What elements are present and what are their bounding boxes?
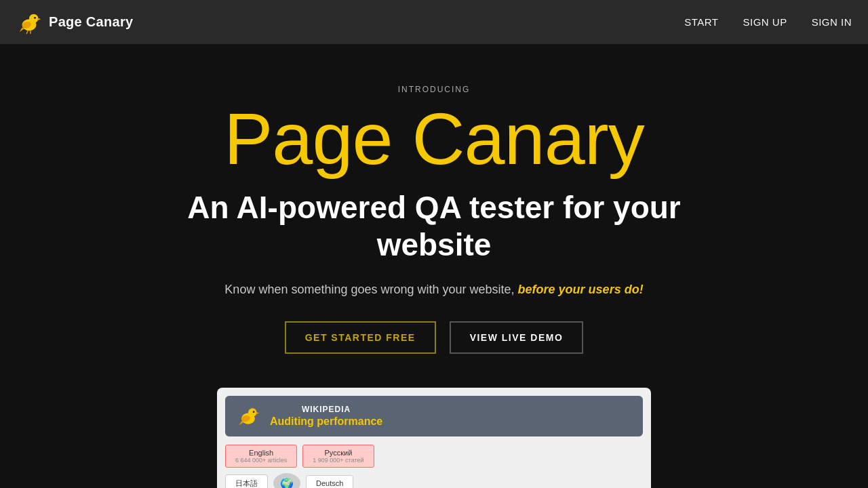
- demo-site-name: WIKIPEDIA: [270, 405, 382, 414]
- demo-lang-en-count: 6 644 000+ articles: [235, 457, 287, 464]
- demo-lang-ru-count: 1 909 000+ статей: [313, 457, 363, 464]
- hero-title: Page Canary: [224, 102, 644, 176]
- demo-bird-icon: [236, 404, 260, 428]
- svg-point-1: [29, 14, 38, 22]
- demo-lang-ja[interactable]: 日本語: [225, 474, 268, 488]
- introducing-label: INTRODUCING: [398, 85, 471, 94]
- hero-section: INTRODUCING Page Canary An AI-powered QA…: [0, 44, 868, 488]
- hero-subtitle: An AI-powered QA tester for your website: [163, 189, 705, 264]
- demo-lang-ru-label: Русский: [324, 449, 352, 457]
- demo-header: WIKIPEDIA Auditing performance: [225, 396, 643, 436]
- nav-start[interactable]: START: [684, 16, 718, 28]
- nav-signup[interactable]: SIGN UP: [743, 16, 787, 28]
- svg-line-6: [26, 30, 28, 34]
- demo-lang-en[interactable]: English 6 644 000+ articles: [225, 445, 297, 468]
- brand-name: Page Canary: [49, 14, 133, 30]
- demo-auditing-label: Auditing performance: [270, 415, 382, 428]
- get-started-button[interactable]: GET STARTED FREE: [285, 321, 436, 354]
- demo-globe-icon: 🌍: [273, 473, 300, 488]
- canary-logo-icon: [16, 9, 42, 35]
- demo-lang-ru[interactable]: Русский 1 909 000+ статей: [302, 445, 374, 468]
- demo-lang-row2: 日本語 🌍 Deutsch: [217, 473, 651, 488]
- nav-signin[interactable]: SIGN IN: [812, 16, 852, 28]
- demo-preview: WIKIPEDIA Auditing performance English 6…: [217, 388, 651, 488]
- hero-buttons: GET STARTED FREE VIEW LIVE DEMO: [285, 321, 584, 354]
- hero-desc-normal: Know when something goes wrong with your…: [224, 283, 517, 296]
- svg-point-9: [248, 409, 257, 418]
- navbar: Page Canary START SIGN UP SIGN IN: [0, 0, 868, 44]
- demo-lang-de[interactable]: Deutsch: [306, 475, 353, 488]
- svg-point-3: [34, 16, 36, 18]
- demo-lang-en-label: English: [249, 449, 273, 457]
- hero-description: Know when something goes wrong with your…: [224, 283, 643, 297]
- demo-lang-row1: English 6 644 000+ articles Русский 1 90…: [217, 445, 651, 473]
- nav-links: START SIGN UP SIGN IN: [684, 16, 852, 28]
- hero-desc-highlight: before your users do!: [518, 283, 644, 296]
- svg-marker-10: [256, 412, 260, 415]
- view-demo-button[interactable]: VIEW LIVE DEMO: [450, 321, 584, 354]
- demo-text: WIKIPEDIA Auditing performance: [270, 405, 382, 428]
- svg-point-11: [253, 411, 255, 413]
- svg-marker-2: [37, 18, 41, 20]
- brand[interactable]: Page Canary: [16, 9, 133, 35]
